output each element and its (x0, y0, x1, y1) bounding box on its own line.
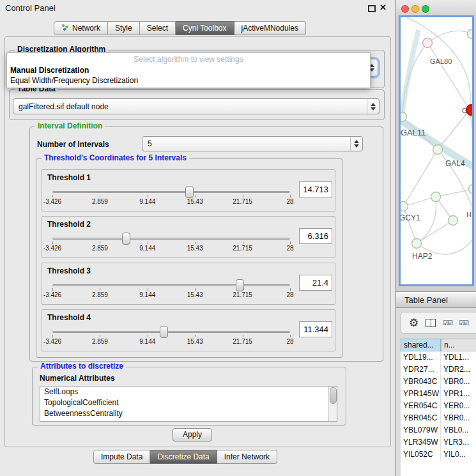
threshold-3-value-field[interactable]: 21.4 (299, 275, 332, 291)
threshold-2-value-field[interactable]: 6.316 (299, 228, 332, 244)
tick-label: 15.43 (187, 291, 203, 298)
tab-style[interactable]: Style (108, 21, 140, 35)
tab-discretize-data[interactable]: Discretize Data (150, 450, 217, 464)
table-panel-header: Table Panel (396, 291, 476, 308)
table-data-selected-value: galFiltered.sif default node (13, 102, 367, 111)
column-header-shared-name[interactable]: shared... (401, 339, 441, 351)
dropdown-option-equal-width-frequency[interactable]: Equal Width/Frequency Discretization (10, 76, 138, 85)
zoom-traffic-light[interactable] (422, 5, 429, 13)
table-row[interactable]: YPR145WYPR1... (401, 388, 476, 400)
tick-label: 21.715 (233, 245, 252, 252)
network-node[interactable] (412, 239, 422, 249)
dropdown-option-manual-discretization[interactable]: Manual Discretization (10, 66, 89, 75)
close-traffic-light[interactable] (401, 5, 409, 13)
thresholds-group: Threshold's Coordinates for 5 Intervals … (36, 158, 342, 358)
float-window-icon[interactable] (368, 5, 376, 12)
network-node[interactable] (449, 216, 458, 226)
table-panel: ⚙ ☑☑ ☑☑ shared... n... YDL19...YDL1... Y… (396, 308, 476, 476)
tick-label: 9.144 (139, 198, 155, 205)
tick-label: 2.859 (92, 198, 108, 205)
threshold-1-value-field[interactable]: 14.713 (299, 181, 332, 197)
tab-infer-network[interactable]: Infer Network (217, 450, 277, 464)
list-scrollbar[interactable] (328, 387, 337, 421)
slider-track[interactable] (52, 284, 290, 286)
tick-label: 15.43 (187, 338, 203, 345)
tab-impute-data[interactable]: Impute Data (93, 450, 150, 464)
list-item[interactable]: SelfLoops (40, 387, 337, 397)
network-window-titlebar (396, 0, 476, 17)
tick-label: 2.859 (92, 338, 108, 345)
network-graph: GAL80 G GAL11 GAL4 GCY1 H HAP2 (401, 17, 472, 284)
list-item[interactable]: TopologicalCoefficient (40, 397, 337, 408)
network-node[interactable] (423, 38, 433, 48)
threshold-2-slider[interactable]: -3.426 2.859 9.144 15.43 21.715 28 (52, 232, 290, 256)
threshold-1-slider[interactable]: -3.426 2.859 9.144 15.43 21.715 28 (52, 185, 290, 210)
slider-thumb[interactable] (122, 233, 130, 245)
select-all-icon[interactable]: ☑☑ (459, 319, 468, 326)
tick-label: -3.426 (43, 338, 61, 345)
node-label-gal80: GAL80 (430, 58, 452, 65)
close-icon[interactable]: ✕ (380, 3, 387, 12)
slider-thumb[interactable] (160, 326, 168, 338)
tick-label: 21.715 (233, 198, 252, 205)
threshold-4-value-field[interactable]: 11.344 (299, 321, 332, 337)
tick-label: 2.859 (92, 245, 108, 252)
tick-label: 28 (286, 245, 293, 252)
table-data-combobox[interactable]: galFiltered.sif default node (13, 98, 380, 114)
network-node[interactable] (468, 29, 473, 39)
node-label-gcy1: GCY1 (401, 213, 420, 222)
slider-thumb[interactable] (185, 186, 194, 198)
tick-label: 2.859 (92, 291, 108, 298)
minimize-traffic-light[interactable] (411, 5, 419, 13)
tab-jactivemnodules[interactable]: jActiveMNodules (234, 21, 306, 35)
tick-label: -3.426 (43, 245, 61, 252)
table-row[interactable]: YBR043CYBR0... (401, 376, 476, 388)
apply-button[interactable]: Apply (173, 428, 212, 441)
column-header-name[interactable]: n... (441, 339, 476, 351)
table-row[interactable]: YDL19...YDL1... (401, 351, 476, 364)
number-of-intervals-combobox[interactable]: 5 (142, 136, 363, 151)
network-node[interactable] (431, 192, 441, 202)
table-panel-title: Table Panel (404, 295, 448, 305)
network-icon (61, 24, 69, 33)
tab-select[interactable]: Select (140, 21, 176, 35)
numerical-attributes-list[interactable]: SelfLoops TopologicalCoefficient Between… (40, 386, 337, 422)
control-panel: Control Panel ✕ Network Style Select Cyn… (0, 0, 396, 476)
list-item[interactable]: BetweennessCentrality (40, 408, 337, 419)
tick-label: 9.144 (139, 338, 155, 345)
tick-label: 21.715 (233, 291, 252, 298)
scrollbar-thumb[interactable] (330, 387, 337, 404)
network-node[interactable] (433, 145, 443, 155)
network-node[interactable] (401, 202, 408, 211)
number-of-intervals-value: 5 (142, 139, 350, 148)
tick-label: 15.43 (187, 198, 203, 205)
slider-track[interactable] (52, 238, 290, 240)
cyni-bottom-tabs: Impute Data Discretize Data Infer Networ… (93, 450, 277, 464)
select-columns-icon[interactable]: ☑☑ (443, 319, 452, 326)
threshold-1-panel: Threshold 1 -3.426 2.859 9.144 15.43 21.… (42, 169, 335, 211)
threshold-1-label: Threshold 1 (47, 173, 91, 182)
tick-label: -3.426 (43, 291, 61, 298)
threshold-4-slider[interactable]: -3.426 2.859 9.144 15.43 21.715 28 (52, 325, 290, 349)
control-panel-tabs: Network Style Select Cyni Toolbox jActiv… (54, 21, 306, 35)
network-node[interactable] (401, 112, 407, 122)
table-row[interactable]: YBL079WYBL0... (401, 424, 476, 436)
slider-track[interactable] (52, 191, 290, 193)
algorithm-dropdown-popup: Select algorithm to view settings Manual… (6, 52, 371, 88)
threshold-2-label: Threshold 2 (47, 220, 91, 229)
table-row[interactable]: YDR27...YDR2... (401, 364, 476, 376)
table-row[interactable]: YER054CYER0... (401, 400, 476, 412)
table-row[interactable]: YIL052CYIL0... (401, 449, 476, 461)
network-view-canvas[interactable]: GAL80 G GAL11 GAL4 GCY1 H HAP2 (399, 15, 474, 286)
slider-track[interactable] (52, 331, 290, 333)
table-row[interactable]: YLR345WYLR3... (401, 436, 476, 449)
table-row[interactable]: YBR045CYBR0... (401, 412, 476, 424)
tab-network[interactable]: Network (54, 21, 108, 35)
tab-cyni-toolbox[interactable]: Cyni Toolbox (176, 21, 234, 35)
gear-icon[interactable]: ⚙ (409, 318, 418, 328)
node-label-hap2: HAP2 (412, 252, 433, 261)
columns-icon[interactable] (426, 319, 436, 327)
threshold-3-slider[interactable]: -3.426 2.859 9.144 15.43 21.715 28 (52, 279, 290, 303)
network-node[interactable] (469, 185, 473, 194)
numerical-attributes-label: Numerical Attributes (40, 374, 115, 383)
